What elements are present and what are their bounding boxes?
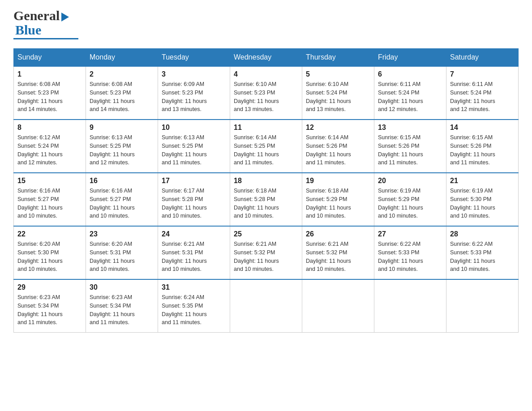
day-info: Sunrise: 6:23 AMSunset: 5:34 PMDaylight:…	[17, 293, 82, 327]
header-tuesday: Tuesday	[158, 49, 230, 67]
day-number: 14	[450, 124, 515, 132]
day-info: Sunrise: 6:21 AMSunset: 5:31 PMDaylight:…	[162, 240, 226, 274]
day-number: 22	[17, 230, 82, 238]
day-info: Sunrise: 6:21 AMSunset: 5:32 PMDaylight:…	[234, 240, 298, 274]
page-header: General Blue	[13, 9, 519, 39]
calendar-cell: 19Sunrise: 6:18 AMSunset: 5:29 PMDayligh…	[302, 173, 374, 226]
calendar-cell	[374, 279, 446, 333]
calendar-cell: 24Sunrise: 6:21 AMSunset: 5:31 PMDayligh…	[158, 226, 230, 279]
calendar-cell: 30Sunrise: 6:23 AMSunset: 5:34 PMDayligh…	[86, 279, 158, 333]
day-info: Sunrise: 6:19 AMSunset: 5:29 PMDaylight:…	[378, 187, 442, 220]
calendar-table: SundayMondayTuesdayWednesdayThursdayFrid…	[13, 48, 519, 333]
day-number: 12	[306, 124, 370, 132]
day-number: 2	[90, 70, 154, 78]
day-number: 23	[90, 230, 154, 238]
calendar-cell: 7Sunrise: 6:11 AMSunset: 5:24 PMDaylight…	[446, 66, 519, 120]
day-info: Sunrise: 6:20 AMSunset: 5:30 PMDaylight:…	[17, 240, 82, 274]
day-number: 4	[234, 70, 298, 78]
header-monday: Monday	[86, 49, 158, 67]
day-info: Sunrise: 6:13 AMSunset: 5:25 PMDaylight:…	[162, 133, 226, 167]
calendar-cell	[446, 279, 519, 333]
day-info: Sunrise: 6:18 AMSunset: 5:28 PMDaylight:…	[234, 187, 298, 220]
day-info: Sunrise: 6:22 AMSunset: 5:33 PMDaylight:…	[378, 240, 442, 274]
calendar-cell: 29Sunrise: 6:23 AMSunset: 5:34 PMDayligh…	[14, 279, 86, 333]
day-number: 10	[162, 124, 226, 132]
logo-triangle-icon	[61, 13, 69, 21]
header-sunday: Sunday	[14, 49, 86, 67]
day-number: 6	[378, 70, 442, 78]
calendar-cell: 4Sunrise: 6:10 AMSunset: 5:23 PMDaylight…	[230, 66, 302, 120]
calendar-cell: 1Sunrise: 6:08 AMSunset: 5:23 PMDaylight…	[14, 66, 86, 120]
logo: General Blue	[13, 9, 78, 39]
day-info: Sunrise: 6:24 AMSunset: 5:35 PMDaylight:…	[162, 293, 226, 327]
day-number: 11	[234, 124, 298, 132]
day-number: 21	[450, 177, 515, 185]
calendar-cell: 28Sunrise: 6:22 AMSunset: 5:33 PMDayligh…	[446, 226, 519, 279]
calendar-cell: 18Sunrise: 6:18 AMSunset: 5:28 PMDayligh…	[230, 173, 302, 226]
day-number: 9	[90, 124, 154, 132]
day-info: Sunrise: 6:22 AMSunset: 5:33 PMDaylight:…	[450, 240, 515, 274]
calendar-cell: 6Sunrise: 6:11 AMSunset: 5:24 PMDaylight…	[374, 66, 446, 120]
day-number: 1	[17, 70, 82, 78]
calendar-cell: 26Sunrise: 6:21 AMSunset: 5:32 PMDayligh…	[302, 226, 374, 279]
day-info: Sunrise: 6:15 AMSunset: 5:26 PMDaylight:…	[378, 133, 442, 167]
day-number: 28	[450, 230, 515, 238]
calendar-cell: 8Sunrise: 6:12 AMSunset: 5:24 PMDaylight…	[14, 120, 86, 173]
header-friday: Friday	[374, 49, 446, 67]
day-number: 25	[234, 230, 298, 238]
day-number: 17	[162, 177, 226, 185]
day-number: 24	[162, 230, 226, 238]
day-info: Sunrise: 6:21 AMSunset: 5:32 PMDaylight:…	[306, 240, 370, 274]
day-number: 27	[378, 230, 442, 238]
day-number: 29	[17, 283, 82, 291]
week-row-5: 29Sunrise: 6:23 AMSunset: 5:34 PMDayligh…	[14, 279, 519, 333]
day-info: Sunrise: 6:18 AMSunset: 5:29 PMDaylight:…	[306, 187, 370, 220]
calendar-cell: 14Sunrise: 6:15 AMSunset: 5:26 PMDayligh…	[446, 120, 519, 173]
calendar-cell: 22Sunrise: 6:20 AMSunset: 5:30 PMDayligh…	[14, 226, 86, 279]
logo-row1: General	[13, 9, 78, 22]
logo-blue: Blue	[15, 22, 41, 37]
day-number: 16	[90, 177, 154, 185]
day-number: 15	[17, 177, 82, 185]
calendar-cell	[230, 279, 302, 333]
day-info: Sunrise: 6:16 AMSunset: 5:27 PMDaylight:…	[17, 187, 82, 220]
calendar-cell: 23Sunrise: 6:20 AMSunset: 5:31 PMDayligh…	[86, 226, 158, 279]
calendar-cell: 21Sunrise: 6:19 AMSunset: 5:30 PMDayligh…	[446, 173, 519, 226]
day-number: 5	[306, 70, 370, 78]
day-info: Sunrise: 6:23 AMSunset: 5:34 PMDaylight:…	[90, 293, 154, 327]
day-info: Sunrise: 6:09 AMSunset: 5:23 PMDaylight:…	[162, 80, 226, 114]
day-number: 20	[378, 177, 442, 185]
calendar-cell: 9Sunrise: 6:13 AMSunset: 5:25 PMDaylight…	[86, 120, 158, 173]
header-wednesday: Wednesday	[230, 49, 302, 67]
header-row: SundayMondayTuesdayWednesdayThursdayFrid…	[14, 49, 519, 67]
day-info: Sunrise: 6:20 AMSunset: 5:31 PMDaylight:…	[90, 240, 154, 274]
logo-general: General	[13, 8, 60, 23]
logo-row2: Blue	[13, 23, 78, 37]
day-info: Sunrise: 6:15 AMSunset: 5:26 PMDaylight:…	[450, 133, 515, 167]
day-info: Sunrise: 6:14 AMSunset: 5:26 PMDaylight:…	[306, 133, 370, 167]
day-number: 18	[234, 177, 298, 185]
day-info: Sunrise: 6:13 AMSunset: 5:25 PMDaylight:…	[90, 133, 154, 167]
day-info: Sunrise: 6:14 AMSunset: 5:25 PMDaylight:…	[234, 133, 298, 167]
calendar-cell: 10Sunrise: 6:13 AMSunset: 5:25 PMDayligh…	[158, 120, 230, 173]
day-info: Sunrise: 6:11 AMSunset: 5:24 PMDaylight:…	[378, 80, 442, 114]
calendar-cell: 20Sunrise: 6:19 AMSunset: 5:29 PMDayligh…	[374, 173, 446, 226]
calendar-cell: 12Sunrise: 6:14 AMSunset: 5:26 PMDayligh…	[302, 120, 374, 173]
calendar-cell: 3Sunrise: 6:09 AMSunset: 5:23 PMDaylight…	[158, 66, 230, 120]
day-number: 7	[450, 70, 515, 78]
calendar-cell: 27Sunrise: 6:22 AMSunset: 5:33 PMDayligh…	[374, 226, 446, 279]
calendar-cell: 16Sunrise: 6:16 AMSunset: 5:27 PMDayligh…	[86, 173, 158, 226]
header-saturday: Saturday	[446, 49, 519, 67]
week-row-4: 22Sunrise: 6:20 AMSunset: 5:30 PMDayligh…	[14, 226, 519, 279]
calendar-cell	[302, 279, 374, 333]
calendar-cell: 15Sunrise: 6:16 AMSunset: 5:27 PMDayligh…	[14, 173, 86, 226]
week-row-3: 15Sunrise: 6:16 AMSunset: 5:27 PMDayligh…	[14, 173, 519, 226]
day-info: Sunrise: 6:11 AMSunset: 5:24 PMDaylight:…	[450, 80, 515, 114]
day-info: Sunrise: 6:10 AMSunset: 5:23 PMDaylight:…	[234, 80, 298, 114]
calendar-cell: 25Sunrise: 6:21 AMSunset: 5:32 PMDayligh…	[230, 226, 302, 279]
calendar-cell: 11Sunrise: 6:14 AMSunset: 5:25 PMDayligh…	[230, 120, 302, 173]
day-info: Sunrise: 6:17 AMSunset: 5:28 PMDaylight:…	[162, 187, 226, 220]
day-info: Sunrise: 6:10 AMSunset: 5:24 PMDaylight:…	[306, 80, 370, 114]
day-info: Sunrise: 6:08 AMSunset: 5:23 PMDaylight:…	[90, 80, 154, 114]
logo-underline	[13, 38, 78, 39]
